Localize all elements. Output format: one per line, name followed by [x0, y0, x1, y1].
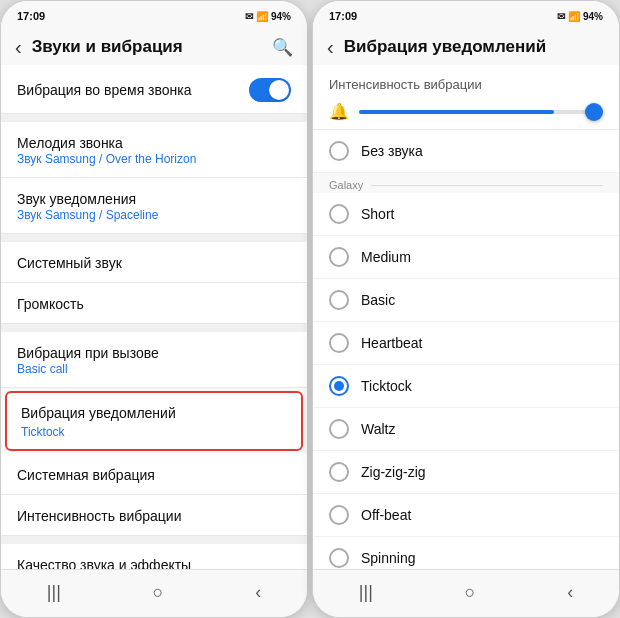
home-button-right[interactable]: ○ [449, 578, 492, 607]
radio-label-off-beat: Off-beat [361, 507, 411, 523]
time-left: 17:09 [17, 10, 45, 22]
radio-label-basic: Basic [361, 292, 395, 308]
item-subtitle-notification-sound: Звук Samsung / Spaceline [17, 208, 291, 222]
item-subtitle-ringtone: Звук Samsung / Over the Horizon [17, 152, 291, 166]
notification-icon-right: ✉ [557, 11, 565, 22]
left-phone: 17:09 ✉ 📶 94% ‹ Звуки и вибрация 🔍 Вибра… [0, 0, 308, 618]
radio-label-spinning: Spinning [361, 550, 416, 566]
radio-circle-waltz [329, 419, 349, 439]
slider-thumb[interactable] [585, 103, 603, 121]
radio-label-zigzigzig: Zig-zig-zig [361, 464, 426, 480]
item-subtitle-notification-vibration: Ticktock [21, 425, 65, 439]
galaxy-label: Galaxy [329, 179, 363, 191]
divider3 [1, 324, 307, 332]
item-title-vibration-call: Вибрация во время звонка [17, 82, 192, 98]
intensity-section: Интенсивность вибрации 🔔 [313, 65, 619, 130]
radio-label-short: Short [361, 206, 394, 222]
item-title-notification-vibration: Вибрация уведомлений [21, 405, 176, 421]
header-left: ‹ Звуки и вибрация 🔍 [1, 27, 307, 65]
right-phone: 17:09 ✉ 📶 94% ‹ Вибрация уведомлений Инт… [312, 0, 620, 618]
back-button-left[interactable]: ‹ [11, 35, 26, 59]
header-right: ‹ Вибрация уведомлений [313, 27, 619, 65]
radio-item-no-sound[interactable]: Без звука [313, 130, 619, 173]
item-title-sound-quality: Качество звука и эффекты [17, 557, 291, 569]
galaxy-line [371, 185, 603, 186]
slider-track[interactable] [359, 110, 603, 114]
item-title-vibration-call2: Вибрация при вызове [17, 345, 291, 361]
notification-icon: ✉ [245, 11, 253, 22]
back-button-right[interactable]: ‹ [323, 35, 338, 59]
settings-item-system-sound[interactable]: Системный звук [1, 242, 307, 283]
menu-button-left[interactable]: ||| [31, 578, 77, 607]
item-title-system-vibration: Системная вибрация [17, 467, 291, 483]
item-title-ringtone: Мелодия звонка [17, 135, 291, 151]
divider4 [1, 536, 307, 544]
radio-label-medium: Medium [361, 249, 411, 265]
settings-item-vibration-call2[interactable]: Вибрация при вызове Basic call [1, 332, 307, 388]
item-title-notification-sound: Звук уведомления [17, 191, 291, 207]
radio-circle-ticktock [329, 376, 349, 396]
signal-icon-right: 📶 [568, 11, 580, 22]
radio-circle-spinning [329, 548, 349, 568]
radio-label-no-sound: Без звука [361, 143, 423, 159]
toggle-vibration-call[interactable] [249, 78, 291, 102]
time-right: 17:09 [329, 10, 357, 22]
radio-circle-short [329, 204, 349, 224]
radio-label-waltz: Waltz [361, 421, 395, 437]
menu-button-right[interactable]: ||| [343, 578, 389, 607]
radio-item-medium[interactable]: Medium [313, 236, 619, 279]
status-bar-left: 17:09 ✉ 📶 94% [1, 1, 307, 27]
bell-icon: 🔔 [329, 102, 349, 121]
radio-circle-heartbeat [329, 333, 349, 353]
settings-item-vibration-intensity[interactable]: Интенсивность вибрации [1, 495, 307, 536]
back-nav-right[interactable]: ‹ [551, 578, 589, 607]
radio-item-short[interactable]: Short [313, 193, 619, 236]
slider-fill [359, 110, 554, 114]
item-title-vibration-intensity: Интенсивность вибрации [17, 508, 291, 524]
home-button-left[interactable]: ○ [137, 578, 180, 607]
settings-item-sound-quality[interactable]: Качество звука и эффекты [1, 544, 307, 569]
radio-circle-off-beat [329, 505, 349, 525]
page-title-left: Звуки и вибрация [30, 37, 268, 57]
item-title-volume: Громкость [17, 296, 291, 312]
radio-label-heartbeat: Heartbeat [361, 335, 422, 351]
divider1 [1, 114, 307, 122]
nav-bar-right: ||| ○ ‹ [313, 569, 619, 617]
settings-list-left: Вибрация во время звонка Мелодия звонка … [1, 65, 307, 569]
radio-circle-no-sound [329, 141, 349, 161]
settings-item-notification-sound[interactable]: Звук уведомления Звук Samsung / Spacelin… [1, 178, 307, 234]
galaxy-divider: Galaxy [313, 173, 619, 193]
divider2 [1, 234, 307, 242]
radio-circle-medium [329, 247, 349, 267]
search-button-left[interactable]: 🔍 [272, 37, 293, 58]
radio-item-zigzigzig[interactable]: Zig-zig-zig [313, 451, 619, 494]
item-title-system-sound: Системный звук [17, 255, 291, 271]
intensity-label: Интенсивность вибрации [329, 77, 603, 92]
settings-item-notification-vibration[interactable]: Вибрация уведомлений Ticktock [5, 391, 303, 451]
radio-circle-basic [329, 290, 349, 310]
radio-item-spinning[interactable]: Spinning [313, 537, 619, 569]
settings-item-system-vibration[interactable]: Системная вибрация [1, 454, 307, 495]
radio-item-ticktock[interactable]: Ticktock [313, 365, 619, 408]
status-bar-right: 17:09 ✉ 📶 94% [313, 1, 619, 27]
radio-label-ticktock: Ticktock [361, 378, 412, 394]
back-nav-left[interactable]: ‹ [239, 578, 277, 607]
page-title-right: Вибрация уведомлений [342, 37, 605, 57]
settings-list-right: Интенсивность вибрации 🔔 Без звука Galax… [313, 65, 619, 569]
radio-item-waltz[interactable]: Waltz [313, 408, 619, 451]
item-subtitle-vibration-call2: Basic call [17, 362, 291, 376]
radio-item-basic[interactable]: Basic [313, 279, 619, 322]
battery-left: 94% [271, 11, 291, 22]
nav-bar-left: ||| ○ ‹ [1, 569, 307, 617]
battery-right: 94% [583, 11, 603, 22]
radio-item-heartbeat[interactable]: Heartbeat [313, 322, 619, 365]
radio-item-off-beat[interactable]: Off-beat [313, 494, 619, 537]
radio-circle-zigzigzig [329, 462, 349, 482]
signal-icon: 📶 [256, 11, 268, 22]
settings-item-ringtone[interactable]: Мелодия звонка Звук Samsung / Over the H… [1, 122, 307, 178]
settings-item-vibration-call[interactable]: Вибрация во время звонка [1, 65, 307, 114]
settings-item-volume[interactable]: Громкость [1, 283, 307, 324]
